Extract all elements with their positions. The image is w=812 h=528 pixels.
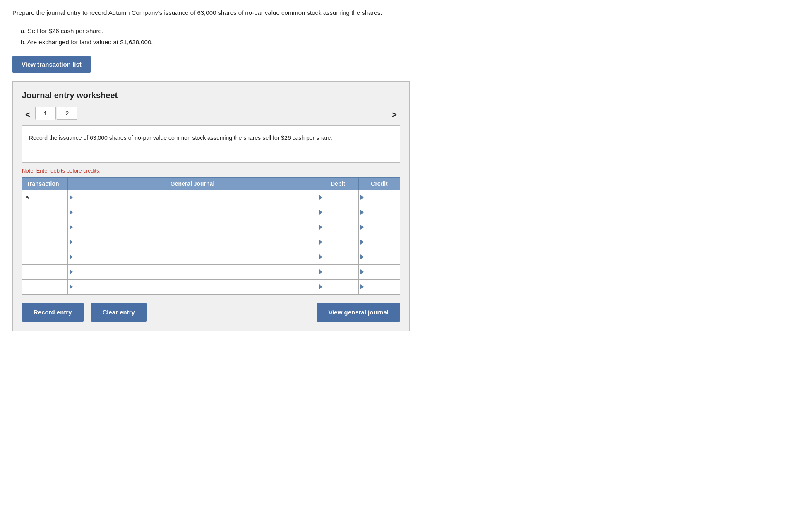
- credit-cell[interactable]: [359, 190, 400, 205]
- credit-input[interactable]: [365, 265, 400, 279]
- credit-input[interactable]: [365, 250, 400, 264]
- debit-input[interactable]: [324, 235, 358, 250]
- general-journal-cell[interactable]: [68, 220, 317, 235]
- debit-cell[interactable]: [317, 205, 359, 220]
- general-journal-input[interactable]: [74, 250, 317, 264]
- triangle-indicator: [360, 254, 364, 259]
- triangle-indicator: [70, 254, 73, 259]
- triangle-indicator: [319, 225, 322, 230]
- credit-cell[interactable]: [359, 220, 400, 235]
- transaction-label: [22, 235, 68, 250]
- triangle-indicator: [70, 284, 73, 289]
- general-journal-cell[interactable]: [68, 279, 317, 294]
- debit-cell[interactable]: [317, 250, 359, 264]
- tab-content-description: Record the issuance of 63,000 shares of …: [22, 125, 400, 163]
- credit-input[interactable]: [365, 205, 400, 220]
- record-entry-button[interactable]: Record entry: [22, 303, 84, 322]
- debit-cell[interactable]: [317, 220, 359, 235]
- transaction-label: a.: [22, 190, 68, 205]
- triangle-indicator: [70, 240, 73, 245]
- general-journal-input[interactable]: [74, 235, 317, 250]
- credit-cell[interactable]: [359, 235, 400, 250]
- table-row: [22, 205, 400, 220]
- header-debit: Debit: [317, 177, 359, 190]
- debit-cell[interactable]: [317, 190, 359, 205]
- table-row: [22, 235, 400, 250]
- triangle-indicator: [319, 284, 322, 289]
- debit-input[interactable]: [324, 220, 358, 235]
- next-tab-button[interactable]: >: [389, 110, 400, 120]
- triangle-indicator: [360, 195, 364, 200]
- triangle-indicator: [360, 284, 364, 289]
- transaction-label: [22, 264, 68, 279]
- triangle-indicator: [70, 195, 73, 200]
- header-general-journal: General Journal: [68, 177, 317, 190]
- general-journal-input[interactable]: [74, 190, 317, 205]
- triangle-indicator: [70, 225, 73, 230]
- intro-item-b: b. Are exchanged for land valued at $1,6…: [21, 36, 800, 48]
- general-journal-input[interactable]: [74, 205, 317, 220]
- triangle-indicator: [319, 269, 322, 274]
- header-credit: Credit: [359, 177, 400, 190]
- general-journal-cell[interactable]: [68, 264, 317, 279]
- table-row: a.: [22, 190, 400, 205]
- triangle-indicator: [319, 254, 322, 259]
- worksheet-container: Journal entry worksheet < 1 2 > Record t…: [12, 81, 410, 331]
- table-row: [22, 220, 400, 235]
- triangle-indicator: [70, 210, 73, 215]
- credit-input[interactable]: [365, 220, 400, 235]
- worksheet-title: Journal entry worksheet: [22, 91, 400, 100]
- header-transaction: Transaction: [22, 177, 68, 190]
- triangle-indicator: [360, 225, 364, 230]
- tabs-row: < 1 2 >: [22, 107, 400, 120]
- intro-main-text: Prepare the journal entry to record Autu…: [12, 8, 800, 18]
- debit-input[interactable]: [324, 280, 358, 294]
- triangle-indicator: [360, 269, 364, 274]
- clear-entry-button[interactable]: Clear entry: [91, 303, 147, 322]
- credit-cell[interactable]: [359, 264, 400, 279]
- triangle-indicator: [360, 240, 364, 245]
- transaction-label: [22, 205, 68, 220]
- triangle-indicator: [70, 269, 73, 274]
- credit-cell[interactable]: [359, 250, 400, 264]
- table-row: [22, 264, 400, 279]
- triangle-indicator: [360, 210, 364, 215]
- credit-input[interactable]: [365, 280, 400, 294]
- view-transaction-list-button[interactable]: View transaction list: [12, 56, 91, 73]
- triangle-indicator: [319, 195, 322, 200]
- transaction-label: [22, 279, 68, 294]
- debit-cell[interactable]: [317, 279, 359, 294]
- debit-input[interactable]: [324, 250, 358, 264]
- general-journal-cell[interactable]: [68, 250, 317, 264]
- journal-table: Transaction General Journal Debit Credit…: [22, 177, 400, 295]
- debit-cell[interactable]: [317, 235, 359, 250]
- triangle-indicator: [319, 240, 322, 245]
- prev-tab-button[interactable]: <: [22, 110, 34, 120]
- transaction-label: [22, 220, 68, 235]
- general-journal-input[interactable]: [74, 220, 317, 235]
- debit-cell[interactable]: [317, 264, 359, 279]
- debit-input[interactable]: [324, 265, 358, 279]
- general-journal-cell[interactable]: [68, 190, 317, 205]
- credit-cell[interactable]: [359, 205, 400, 220]
- note-text: Note: Enter debits before credits.: [22, 168, 400, 174]
- bottom-buttons: Record entry Clear entry View general jo…: [22, 303, 400, 322]
- general-journal-cell[interactable]: [68, 205, 317, 220]
- debit-input[interactable]: [324, 190, 358, 205]
- debit-input[interactable]: [324, 205, 358, 220]
- general-journal-input[interactable]: [74, 265, 317, 279]
- triangle-indicator: [319, 210, 322, 215]
- table-row: [22, 279, 400, 294]
- credit-input[interactable]: [365, 235, 400, 250]
- credit-cell[interactable]: [359, 279, 400, 294]
- intro-item-a: a. Sell for $26 cash per share.: [21, 25, 800, 36]
- table-row: [22, 250, 400, 264]
- tab-1[interactable]: 1: [35, 107, 56, 120]
- transaction-label: [22, 250, 68, 264]
- view-general-journal-button[interactable]: View general journal: [317, 303, 400, 322]
- tab-2[interactable]: 2: [57, 107, 77, 120]
- credit-input[interactable]: [365, 190, 400, 205]
- general-journal-cell[interactable]: [68, 235, 317, 250]
- general-journal-input[interactable]: [74, 280, 317, 294]
